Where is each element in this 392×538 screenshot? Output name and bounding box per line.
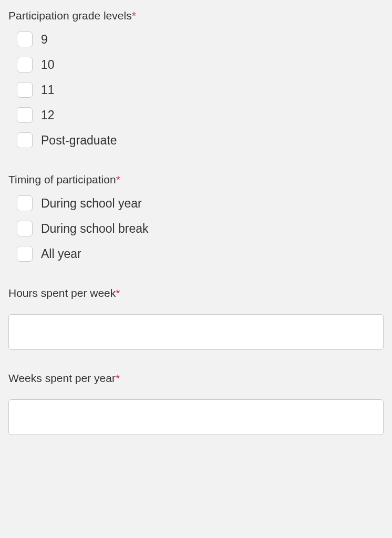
timing-section: Timing of participation* During school y… (8, 173, 384, 262)
checkbox-row: Post-graduate (8, 132, 384, 148)
grade-levels-section: Participation grade levels* 9 10 11 12 P… (8, 9, 384, 148)
grade-levels-label: Participation grade levels* (8, 9, 384, 22)
checkbox-label: 11 (41, 83, 55, 97)
checkbox-label: 10 (41, 58, 55, 72)
hours-per-week-section: Hours spent per week* (8, 287, 384, 350)
checkbox-label: During school break (41, 222, 149, 236)
required-indicator: * (132, 9, 136, 22)
required-indicator: * (116, 287, 120, 299)
weeks-per-year-section: Weeks spent per year* (8, 372, 384, 435)
checkbox-label: All year (41, 247, 81, 261)
checkbox-row: During school break (8, 221, 384, 236)
hours-per-week-label: Hours spent per week* (8, 287, 384, 299)
checkbox-row: 10 (8, 57, 384, 73)
weeks-per-year-label-text: Weeks spent per year (8, 372, 116, 384)
hours-per-week-label-text: Hours spent per week (8, 287, 116, 299)
checkbox-label: Post-graduate (41, 133, 117, 148)
required-indicator: * (116, 173, 120, 185)
checkbox-grade-12[interactable] (17, 107, 33, 123)
checkbox-row: 12 (8, 107, 384, 123)
weeks-per-year-input[interactable] (8, 399, 384, 435)
checkbox-grade-10[interactable] (17, 57, 33, 73)
checkbox-label: 9 (41, 33, 48, 47)
checkbox-row: During school year (8, 195, 384, 211)
checkbox-label: During school year (41, 196, 142, 211)
required-indicator: * (116, 372, 120, 384)
timing-label-text: Timing of participation (8, 173, 116, 185)
grade-levels-label-text: Participation grade levels (8, 9, 132, 22)
checkbox-row: 9 (8, 32, 384, 47)
checkbox-row: All year (8, 246, 384, 262)
checkbox-during-school-year[interactable] (17, 195, 33, 211)
checkbox-post-graduate[interactable] (17, 132, 33, 148)
hours-per-week-input[interactable] (8, 314, 384, 350)
weeks-per-year-label: Weeks spent per year* (8, 372, 384, 385)
checkbox-grade-11[interactable] (17, 82, 33, 98)
checkbox-during-school-break[interactable] (17, 221, 33, 236)
checkbox-label: 12 (41, 108, 55, 122)
timing-label: Timing of participation* (8, 173, 384, 186)
checkbox-row: 11 (8, 82, 384, 98)
checkbox-all-year[interactable] (17, 246, 33, 262)
checkbox-grade-9[interactable] (17, 32, 33, 47)
